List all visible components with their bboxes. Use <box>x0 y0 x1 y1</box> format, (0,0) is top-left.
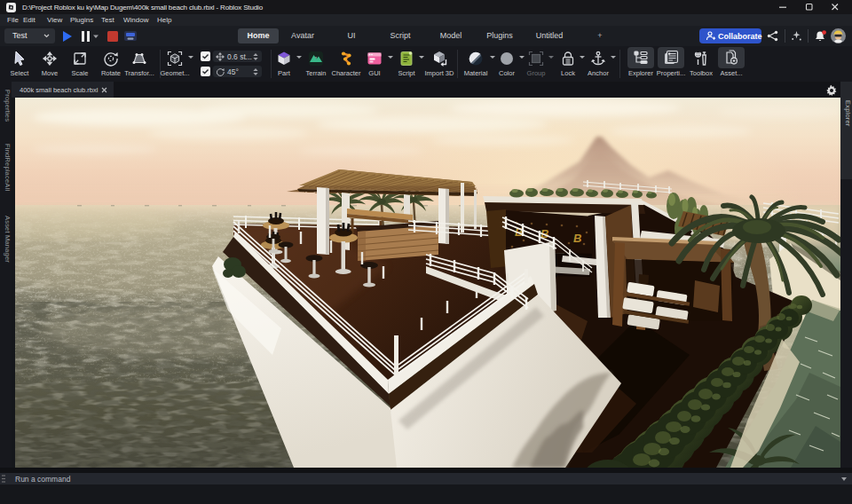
svg-text:B: B <box>573 232 581 245</box>
